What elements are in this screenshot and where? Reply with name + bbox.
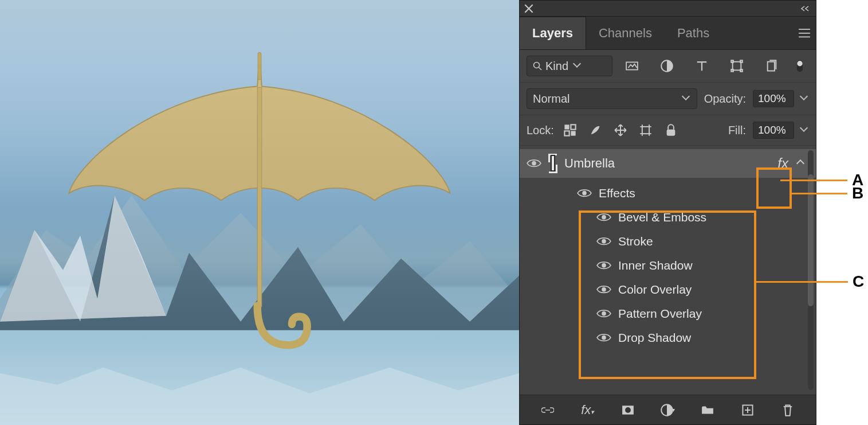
svg-point-13 (797, 61, 802, 66)
svg-point-25 (602, 287, 606, 292)
chevron-down-icon (683, 95, 691, 103)
panel-tabs: Layers Channels Paths (520, 17, 816, 50)
panel-menu-icon[interactable] (793, 28, 816, 38)
close-icon[interactable] (524, 4, 533, 13)
tab-label: Paths (677, 26, 709, 41)
layer-name-label[interactable]: Umbrella (564, 156, 769, 171)
delete-layer-icon[interactable] (776, 401, 799, 419)
filter-shape-icon[interactable] (728, 57, 746, 75)
chevron-down-icon[interactable] (801, 95, 809, 103)
svg-rect-17 (571, 131, 575, 135)
effect-item[interactable]: Bevel & Emboss (591, 205, 816, 229)
tab-label: Channels (599, 26, 652, 41)
tab-layers[interactable]: Layers (520, 17, 586, 49)
panel-bottom-toolbar: fx▾ ▾ (520, 395, 816, 424)
lock-artboard-icon[interactable] (637, 121, 655, 139)
new-adjustment-layer-icon[interactable]: ▾ (656, 401, 679, 419)
effect-label: Drop Shadow (618, 331, 691, 345)
document-canvas (0, 0, 519, 425)
svg-rect-18 (642, 127, 649, 134)
effect-label: Stroke (618, 235, 653, 248)
effect-item[interactable]: Pattern Overlay (591, 302, 816, 326)
lock-label: Lock: (527, 124, 554, 137)
effect-item[interactable]: Stroke (591, 229, 816, 254)
visibility-toggle-icon[interactable] (596, 330, 611, 345)
visibility-toggle-icon[interactable] (596, 282, 611, 297)
layer-thumbnail[interactable] (549, 155, 556, 172)
svg-point-21 (582, 191, 587, 196)
fill-label: Fill: (728, 124, 746, 137)
visibility-toggle-icon[interactable] (596, 258, 611, 273)
add-layer-mask-icon[interactable] (616, 401, 639, 419)
new-layer-icon[interactable] (736, 401, 759, 419)
effect-label: Bevel & Emboss (618, 210, 706, 224)
visibility-toggle-icon[interactable] (596, 306, 611, 321)
lock-all-icon[interactable] (662, 121, 680, 139)
svg-rect-1 (257, 87, 262, 306)
visibility-toggle-icon[interactable] (596, 234, 611, 249)
effects-heading-label: Effects (599, 186, 635, 200)
svg-point-20 (532, 161, 536, 166)
effects-collapse-toggle[interactable] (795, 161, 806, 166)
effect-label: Color Overlay (618, 283, 692, 297)
svg-point-29 (625, 407, 631, 413)
effect-item[interactable]: Inner Shadow (591, 254, 816, 278)
collapse-icon[interactable] (800, 4, 811, 13)
chevron-up-icon (798, 161, 803, 166)
filter-pixel-icon[interactable] (623, 57, 641, 75)
fx-indicator-icon[interactable]: fx (777, 155, 788, 171)
visibility-toggle-icon[interactable] (596, 210, 611, 225)
blend-mode-value: Normal (533, 92, 569, 106)
filter-kind-label: Kind (545, 60, 568, 73)
callout-line-b (792, 193, 847, 194)
filter-kind-select[interactable]: Kind (527, 56, 612, 76)
lock-transparency-icon[interactable] (561, 121, 579, 139)
svg-point-22 (602, 215, 606, 220)
opacity-label: Opacity: (704, 92, 746, 106)
filter-row: Kind (520, 50, 816, 83)
svg-point-26 (602, 311, 606, 316)
chevron-down-icon[interactable] (801, 126, 809, 134)
visibility-toggle-icon[interactable] (527, 156, 541, 171)
effects-heading-row[interactable]: Effects (571, 181, 816, 205)
filter-smartobj-icon[interactable] (763, 57, 781, 75)
filter-type-icon[interactable] (693, 57, 711, 75)
svg-rect-11 (767, 62, 774, 71)
svg-rect-19 (666, 130, 675, 136)
link-layers-icon[interactable] (536, 401, 559, 419)
panel-titlebar (520, 1, 816, 17)
effect-label: Pattern Overlay (618, 307, 702, 321)
callout-label-b: B (852, 184, 863, 202)
svg-rect-2 (258, 52, 261, 80)
svg-rect-6 (732, 62, 741, 71)
blend-opacity-row: Normal Opacity: 100% (520, 83, 816, 115)
layers-list: Umbrella fx Effects Bevel & Emboss Strok… (520, 146, 816, 395)
filter-adjustment-icon[interactable] (658, 57, 676, 75)
tab-label: Layers (532, 26, 573, 41)
canvas-umbrella (57, 42, 462, 383)
opacity-value: 100% (758, 92, 786, 104)
fill-input[interactable]: 100% (753, 122, 794, 139)
layer-row[interactable]: Umbrella fx (520, 149, 816, 178)
tab-channels[interactable]: Channels (586, 17, 665, 49)
callout-line-a (780, 180, 847, 181)
svg-rect-15 (571, 124, 575, 129)
lock-fill-row: Lock: Fill: 100% (520, 115, 816, 146)
filter-toggle-switch[interactable] (791, 57, 809, 75)
callout-label-c: C (853, 272, 864, 291)
lock-pixels-icon[interactable] (586, 121, 604, 139)
scrollbar[interactable] (808, 150, 814, 390)
add-layer-style-icon[interactable]: fx▾ (576, 401, 599, 419)
opacity-input[interactable]: 100% (753, 90, 794, 107)
svg-point-3 (534, 63, 540, 68)
svg-point-24 (602, 263, 606, 268)
fill-value: 100% (758, 124, 786, 136)
effect-item[interactable]: Drop Shadow (591, 326, 816, 350)
layer-effects-list: Effects Bevel & Emboss Stroke Inner Shad… (571, 181, 816, 353)
lock-position-icon[interactable] (611, 121, 630, 139)
blend-mode-select[interactable]: Normal (527, 88, 697, 109)
tab-paths[interactable]: Paths (665, 17, 722, 49)
layers-panel: Layers Channels Paths Kind Normal (519, 0, 816, 425)
new-group-icon[interactable] (696, 401, 719, 419)
visibility-toggle-icon[interactable] (577, 186, 592, 201)
